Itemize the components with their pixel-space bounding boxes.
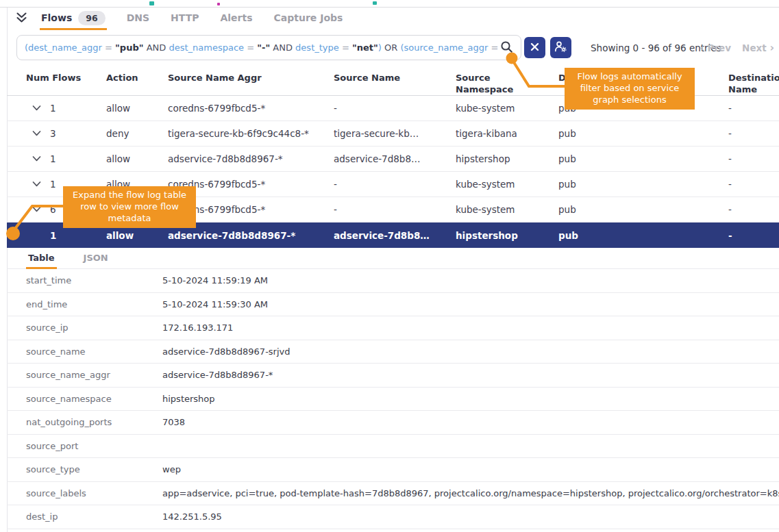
cell-action: allow	[106, 103, 168, 114]
query-segment: dest_namespace	[169, 42, 244, 53]
num-flows-value: 1	[50, 103, 56, 114]
detail-key: source_name	[7, 346, 162, 357]
clear-filter-button[interactable]	[524, 37, 545, 58]
collapse-panel-icon[interactable]	[16, 8, 27, 27]
tab-flows[interactable]: Flows 96	[40, 8, 107, 30]
cell-destination-name: -	[728, 153, 779, 164]
cell-source-name-aggr: coredns-6799fbcd5-*	[168, 103, 334, 114]
next-button[interactable]: Next ›	[742, 41, 774, 54]
row-expand-caret-icon[interactable]	[32, 105, 41, 111]
detail-key: nat_outgoing_ports	[7, 417, 162, 427]
cell-num-flows: 3	[26, 128, 106, 139]
cell-source-name: -	[334, 204, 456, 215]
cell-source-namespace: tigera-kibana	[456, 128, 558, 139]
num-flows-value: 6	[50, 204, 56, 215]
search-icon[interactable]	[500, 40, 513, 56]
row-expand-caret-icon[interactable]	[32, 181, 41, 187]
col-source-namespace[interactable]: Source Namespace	[456, 73, 558, 96]
query-segment: OR	[384, 42, 397, 53]
tab-flows-label: Flows	[41, 12, 72, 23]
cell-source-name-aggr: adservice-7d8b8d8967-*	[168, 153, 334, 164]
cell-action: allow	[106, 230, 168, 241]
callout-expand-note: Expand the flow log table row to view mo…	[63, 186, 196, 228]
detail-value: 172.16.193.171	[162, 322, 779, 333]
user-settings-button[interactable]	[550, 37, 571, 58]
close-icon	[530, 42, 539, 53]
chevron-left-icon: ‹	[700, 41, 704, 54]
num-flows-value: 1	[50, 179, 56, 190]
flow-logs-page: Flows 96 DNS HTTP Alerts Capture Jobs (d…	[0, 0, 779, 532]
detail-key: source_type	[7, 464, 162, 474]
flow-detail-rows: start_time5-10-2024 11:59:19 AMend_time5…	[7, 269, 779, 529]
flow-table-row[interactable]: 1allowadservice-7d8b8d8967-*adservice-7d…	[7, 147, 779, 172]
cell-dest-name-aggr: pub	[558, 128, 728, 139]
query-segment: =	[105, 42, 112, 53]
cell-destination-name: -	[728, 204, 779, 215]
col-destination-name[interactable]: Destination Name	[728, 73, 779, 96]
tab-dns[interactable]: DNS	[125, 8, 151, 30]
col-source-name[interactable]: Source Name	[334, 73, 456, 96]
query-segment: "pub"	[115, 42, 143, 53]
detail-key: dest_ip	[7, 511, 162, 522]
detail-row: source_namespacehipstershop	[7, 388, 779, 411]
query-segment: AND	[273, 42, 293, 53]
detail-row: source_name_aggradservice-7d8b8d8967-*	[7, 364, 779, 388]
cell-source-name: adservice-7d8b8…	[334, 153, 456, 164]
filter-query-input[interactable]: (dest_name_aggr = "pub" AND dest_namespa…	[16, 35, 521, 60]
cell-action: allow	[106, 153, 168, 164]
detail-value: 7038	[162, 417, 779, 427]
detail-tab-json[interactable]: JSON	[82, 253, 110, 269]
col-num-flows[interactable]: Num Flows	[26, 73, 106, 96]
row-expand-caret-icon[interactable]	[32, 156, 41, 162]
detail-tab-table[interactable]: Table	[26, 253, 57, 269]
col-action[interactable]: Action	[106, 73, 168, 96]
row-expand-caret-icon[interactable]	[32, 207, 41, 212]
row-expand-caret-icon[interactable]	[32, 131, 41, 136]
query-segment: =	[491, 42, 499, 53]
strip-mark-teal2	[373, 1, 377, 5]
detail-key: source_labels	[7, 488, 162, 498]
detail-value: hipstershop	[162, 394, 779, 404]
detail-value: 142.251.5.95	[162, 511, 779, 522]
flow-table-row[interactable]: 3denytigera-secure-kb-6f9c9c44c8-*tigera…	[7, 121, 779, 147]
detail-key: start_time	[7, 275, 162, 286]
prev-button[interactable]: ‹ Prev	[700, 41, 731, 54]
cell-action: deny	[106, 128, 168, 139]
detail-value: 5-10-2024 11:59:30 AM	[162, 299, 779, 309]
query-segment: =	[247, 42, 254, 53]
detail-row: source_typewep	[7, 458, 779, 482]
callout-filter-note: Flow logs automatically filter based on …	[565, 68, 695, 110]
num-flows-value: 3	[50, 128, 56, 139]
detail-row: source_nameadservice-7d8b8d8967-srjvd	[7, 340, 779, 364]
query-segment: AND	[147, 42, 166, 53]
cell-destination-name: -	[728, 128, 779, 139]
detail-key: source_name_aggr	[7, 370, 162, 380]
log-type-tab-bar: Flows 96 DNS HTTP Alerts Capture Jobs	[8, 8, 362, 30]
cell-num-flows: 1	[26, 103, 106, 114]
query-segment: )	[378, 42, 382, 53]
user-gear-icon	[554, 40, 567, 55]
detail-row: nat_outgoing_ports7038	[7, 411, 779, 435]
num-flows-value: 1	[50, 153, 56, 164]
detail-tab-bar: Table JSON	[7, 248, 779, 269]
query-segment: dest_name_aggr	[28, 42, 102, 53]
col-source-name-aggr[interactable]: Source Name Aggr	[168, 73, 334, 96]
cell-num-flows: 1	[26, 153, 106, 164]
cell-source-name-aggr: tigera-secure-kb-6f9c9c44c8-*	[168, 128, 334, 139]
detail-row: start_time5-10-2024 11:59:19 AM	[7, 269, 779, 293]
top-cropped-strip	[0, 0, 779, 8]
cell-dest-name-aggr: pub	[558, 204, 728, 215]
query-segment: dest_type	[295, 42, 339, 53]
strip-mark-teal	[149, 1, 154, 5]
cell-destination-name: -	[728, 179, 779, 190]
query-segment: "net"	[352, 42, 378, 53]
detail-row: source_labelsapp=adservice, pci=true, po…	[7, 482, 779, 506]
detail-row: source_ip172.16.193.171	[7, 316, 779, 340]
header-spacer	[7, 73, 26, 96]
tab-http[interactable]: HTTP	[169, 8, 200, 30]
tab-alerts[interactable]: Alerts	[219, 8, 254, 30]
cell-dest-name-aggr: pub	[558, 230, 728, 241]
cell-source-namespace: hipstershop	[456, 230, 558, 241]
cell-source-name: -	[334, 179, 456, 190]
tab-capture-jobs[interactable]: Capture Jobs	[273, 8, 345, 30]
